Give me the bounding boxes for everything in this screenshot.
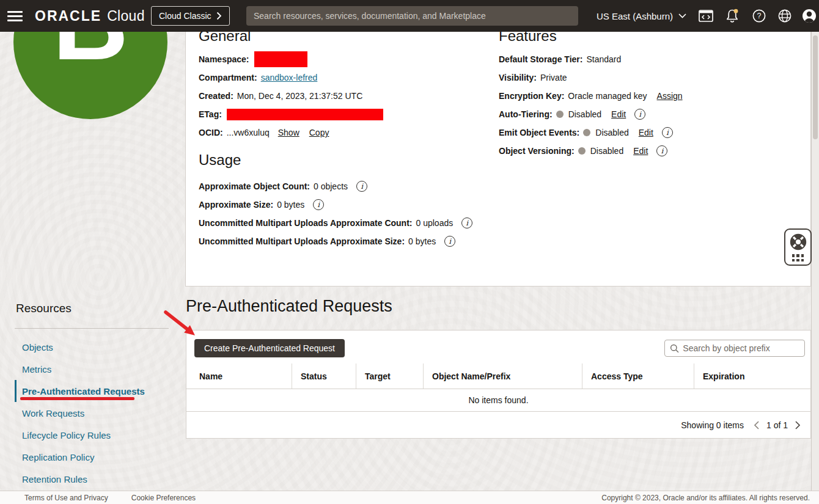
encryption-key-value: Oracle managed key [568, 91, 647, 101]
namespace-row: Namespace: [199, 50, 383, 68]
usage-label: Uncommitted Multipart Uploads Approximat… [199, 236, 405, 246]
sidebar-item-replication-policy[interactable]: Replication Policy [15, 446, 177, 468]
page-previous-icon[interactable] [754, 420, 760, 430]
info-icon[interactable]: i [662, 127, 673, 138]
storage-tier-value: Standard [586, 54, 621, 64]
sidebar-item-retention-rules[interactable]: Retention Rules [15, 468, 177, 490]
feature-toggle-value: Disabled [595, 128, 628, 137]
encryption-key-row: Encryption Key: Oracle managed key Assig… [499, 87, 683, 105]
sidebar-item-work-requests[interactable]: Work Requests [15, 402, 177, 424]
apps-grid-icon[interactable] [792, 254, 804, 261]
chevron-down-icon [678, 13, 686, 18]
created-value: Mon, Dec 4, 2023, 21:37:52 UTC [237, 91, 362, 101]
usage-row: Approximate Object Count:0 objectsi [199, 177, 472, 195]
resources-divider [15, 328, 169, 329]
resources-list: ObjectsMetricsPre-Authenticated Requests… [15, 336, 177, 490]
global-search-input[interactable] [246, 6, 578, 26]
info-icon[interactable]: i [356, 181, 367, 192]
status-dot [583, 129, 590, 136]
column-header-status[interactable]: Status [292, 363, 356, 389]
page-title: Pre-Authenticated Requests [186, 297, 392, 316]
column-header-object-name-prefix[interactable]: Object Name/Prefix [424, 363, 582, 389]
user-avatar-icon[interactable] [801, 0, 818, 32]
etag-row: ETag: [199, 105, 383, 123]
compartment-link[interactable]: sandbox-lefred [261, 73, 318, 82]
feature-toggle-label: Auto-Tiering: [499, 109, 553, 119]
create-par-button[interactable]: Create Pre-Authenticated Request [194, 339, 345, 357]
cloud-shell-icon[interactable] [697, 0, 714, 32]
edit-link[interactable]: Edit [639, 128, 653, 137]
info-icon[interactable]: i [444, 236, 455, 247]
encryption-key-label: Encryption Key: [499, 91, 564, 101]
usage-label: Approximate Object Count: [199, 181, 310, 191]
scrollbar-thumb[interactable] [813, 35, 818, 139]
par-panel: Create Pre-Authenticated Request NameSta… [186, 330, 811, 439]
visibility-row: Visibility: Private [499, 68, 683, 87]
column-header-target[interactable]: Target [356, 363, 424, 389]
cookie-preferences-link[interactable]: Cookie Preferences [131, 494, 196, 502]
hamburger-menu-icon[interactable] [7, 9, 23, 23]
table-empty-row: No items found. [186, 389, 810, 412]
cloud-wordmark: Cloud [107, 8, 145, 24]
ocid-label: OCID: [199, 128, 223, 137]
created-label: Created: [199, 91, 233, 101]
ocid-value: ...vw6xuluq [227, 128, 270, 137]
edit-link[interactable]: Edit [611, 109, 626, 119]
edit-link[interactable]: Edit [633, 146, 648, 156]
feature-toggle-row: Auto-Tiering:DisabledEditi [499, 105, 683, 123]
ocid-show-link[interactable]: Show [278, 128, 299, 137]
namespace-label: Namespace: [199, 54, 249, 64]
region-label: US East (Ashburn) [597, 11, 673, 21]
usage-row: Uncommitted Multipart Uploads Approximat… [199, 214, 472, 232]
page-next-icon[interactable] [795, 420, 801, 430]
notifications-bell-icon[interactable] [724, 0, 741, 32]
oracle-wordmark: ORACLE [35, 8, 101, 24]
help-icon[interactable]: ? [751, 0, 768, 32]
svg-text:?: ? [757, 12, 762, 20]
feature-toggle-label: Emit Object Events: [499, 128, 579, 137]
copyright-text: Copyright © 2023, Oracle and/or its affi… [601, 494, 810, 502]
info-icon[interactable]: i [461, 217, 472, 228]
cloud-classic-label: Cloud Classic [159, 11, 211, 21]
language-globe-icon[interactable] [776, 0, 793, 32]
status-dot [578, 147, 586, 155]
oracle-cloud-logo[interactable]: ORACLE Cloud [35, 0, 145, 32]
etag-label: ETag: [199, 109, 222, 119]
status-dot [556, 111, 564, 118]
sidebar-item-metrics[interactable]: Metrics [15, 358, 177, 380]
column-header-expiration[interactable]: Expiration [694, 363, 810, 389]
cloud-classic-button[interactable]: Cloud Classic [151, 6, 230, 26]
support-lifering-icon[interactable] [789, 233, 807, 251]
sidebar-item-objects[interactable]: Objects [15, 336, 177, 358]
info-icon[interactable]: i [313, 199, 324, 210]
page-footer: Terms of Use and Privacy Cookie Preferen… [0, 491, 819, 504]
feature-toggle-row: Object Versioning:DisabledEditi [499, 142, 683, 160]
compartment-row: Compartment: sandbox-lefred [199, 68, 383, 87]
sidebar-item-lifecycle-policy-rules[interactable]: Lifecycle Policy Rules [15, 424, 177, 446]
ocid-copy-link[interactable]: Copy [309, 128, 329, 137]
usage-row: Approximate Size:0 bytesi [199, 195, 472, 214]
showing-items-text: Showing 0 items [681, 420, 744, 430]
usage-row: Uncommitted Multipart Uploads Approximat… [199, 232, 472, 250]
usage-value: 0 uploads [416, 218, 453, 228]
bucket-details-panel: General Namespace: Compartment: sandbox-… [185, 32, 811, 287]
table-pagination-row: Showing 0 items 1 of 1 [186, 412, 810, 438]
region-selector[interactable]: US East (Ashburn) [597, 0, 686, 32]
info-icon[interactable]: i [656, 145, 667, 156]
namespace-redaction [254, 51, 307, 67]
column-header-access-type[interactable]: Access Type [582, 363, 694, 389]
feature-toggle-row: Emit Object Events:DisabledEditi [499, 123, 683, 142]
ocid-row: OCID: ...vw6xuluq Show Copy [199, 123, 383, 142]
info-icon[interactable]: i [634, 109, 645, 120]
usage-value: 0 objects [314, 181, 348, 191]
feature-toggle-label: Object Versioning: [499, 146, 575, 156]
assign-link[interactable]: Assign [657, 91, 683, 101]
feature-toggle-value: Disabled [590, 146, 623, 156]
visibility-label: Visibility: [499, 73, 537, 82]
terms-privacy-link[interactable]: Terms of Use and Privacy [24, 494, 108, 502]
par-search-input[interactable] [683, 343, 799, 353]
search-icon [670, 343, 679, 354]
usage-value: 0 bytes [408, 236, 436, 246]
column-header-name[interactable]: Name [186, 363, 292, 389]
top-navbar: ORACLE Cloud Cloud Classic US East (Ashb… [0, 0, 819, 32]
